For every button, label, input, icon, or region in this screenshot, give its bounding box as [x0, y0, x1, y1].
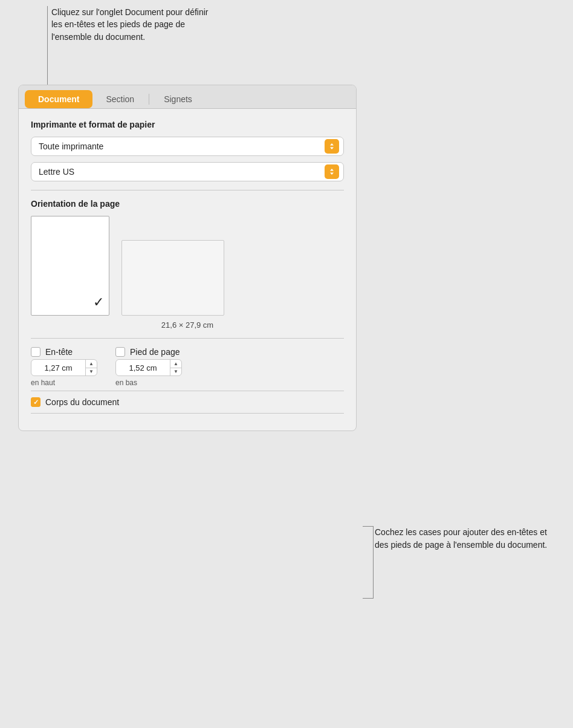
header-footer-section: En-tête 1,27 cm ▲ ▼ en haut [31, 347, 344, 407]
paper-select-row: Lettre US [31, 162, 344, 181]
footer-label: Pied de page [130, 347, 180, 357]
orientation-portrait[interactable]: ✓ [31, 216, 109, 316]
callout-right-text: Cochez les cases pour ajouter des en-têt… [375, 527, 547, 550]
footer-stepper-up[interactable]: ▲ [170, 360, 181, 368]
tab-divider [149, 94, 149, 105]
callout-top: Cliquez sur l'onglet Document pour défin… [51, 6, 209, 43]
header-sublabel: en haut [31, 379, 97, 387]
portrait-checkmark: ✓ [93, 294, 104, 310]
printer-select[interactable]: Toute imprimante [31, 137, 344, 156]
separator-1 [31, 190, 344, 190]
tab-section-label: Section [106, 94, 134, 104]
landscape-icon [121, 240, 224, 316]
header-value: 1,27 cm [31, 363, 85, 372]
header-stepper: 1,27 cm ▲ ▼ [31, 359, 97, 376]
tab-section[interactable]: Section [92, 90, 147, 108]
callout-right: Cochez les cases pour ajouter des en-têt… [375, 526, 550, 551]
page-container: Cliquez sur l'onglet Document pour défin… [0, 0, 573, 728]
footer-checkbox-row: Pied de page [115, 347, 182, 357]
footer-sublabel: en bas [115, 379, 182, 387]
header-stepper-down[interactable]: ▼ [86, 368, 97, 376]
header-col: En-tête 1,27 cm ▲ ▼ en haut [31, 347, 97, 387]
orientation-section: Orientation de la page ✓ 21,6 × 27,9 cm [31, 199, 344, 330]
tab-document[interactable]: Document [25, 90, 92, 108]
separator-2 [31, 338, 344, 339]
hf-cols: En-tête 1,27 cm ▲ ▼ en haut [31, 347, 344, 387]
footer-value: 1,52 cm [116, 363, 170, 372]
printer-select-row: Toute imprimante [31, 137, 344, 156]
tab-signets-label: Signets [164, 94, 192, 104]
corps-label: Corps du document [45, 397, 119, 407]
header-label: En-tête [45, 347, 73, 357]
callout-line-top [47, 6, 48, 91]
header-stepper-up[interactable]: ▲ [86, 360, 97, 368]
printer-section: Imprimante et format de papier Toute imp… [31, 120, 344, 181]
footer-stepper-down[interactable]: ▼ [170, 368, 181, 376]
callout-top-text: Cliquez sur l'onglet Document pour défin… [51, 7, 208, 42]
footer-checkbox[interactable] [115, 347, 125, 357]
callout-bracket [363, 526, 374, 599]
separator-3 [31, 413, 344, 414]
footer-col: Pied de page 1,52 cm ▲ ▼ en bas [115, 347, 182, 387]
paper-select[interactable]: Lettre US [31, 162, 344, 181]
footer-stepper: 1,52 cm ▲ ▼ [115, 359, 182, 376]
tab-signets[interactable]: Signets [151, 90, 206, 108]
panel-content: Imprimante et format de papier Toute imp… [19, 109, 356, 431]
header-checkbox[interactable] [31, 347, 40, 357]
header-checkbox-row: En-tête [31, 347, 97, 357]
footer-stepper-arrows: ▲ ▼ [170, 360, 181, 375]
orientation-options: ✓ [31, 216, 344, 316]
portrait-icon: ✓ [31, 216, 109, 316]
orientation-landscape[interactable] [121, 240, 224, 316]
corps-row: Corps du document [31, 391, 344, 407]
orientation-title: Orientation de la page [31, 199, 344, 209]
page-size-label: 21,6 × 27,9 cm [31, 320, 344, 330]
printer-section-title: Imprimante et format de papier [31, 120, 344, 129]
corps-checkbox[interactable] [31, 397, 40, 407]
tabs-row: Document Section Signets [19, 85, 356, 109]
main-panel: Document Section Signets Imprimante et f… [18, 85, 357, 431]
tab-document-label: Document [38, 94, 79, 104]
header-stepper-arrows: ▲ ▼ [85, 360, 97, 375]
